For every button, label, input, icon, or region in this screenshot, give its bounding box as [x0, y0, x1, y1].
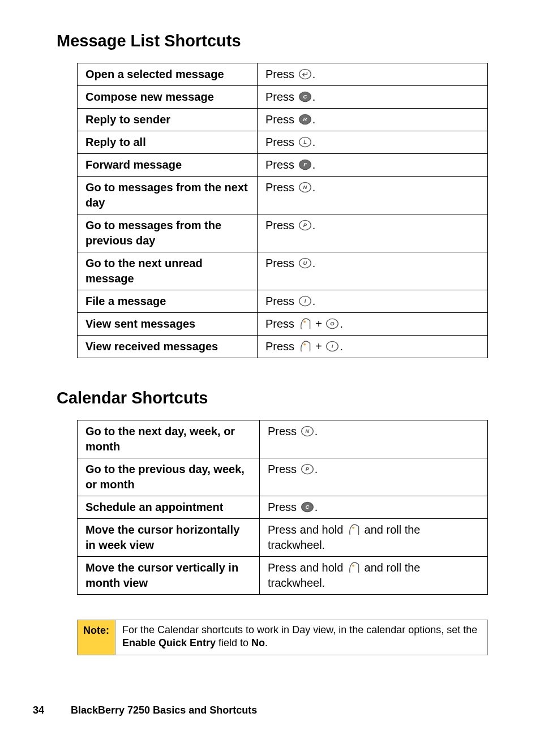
table-row: Reply to allPress L . [78, 131, 488, 154]
heading-message-list: Message List Shortcuts [57, 32, 494, 50]
shortcut-action: Press I . [258, 290, 488, 313]
svg-point-20 [303, 343, 306, 346]
note-body: For the Calendar shortcuts to work in Da… [115, 620, 487, 655]
shortcut-label: View received messages [78, 336, 258, 358]
svg-text:O: O [331, 320, 335, 327]
shortcut-action: Press C . [258, 86, 488, 109]
note-bold: Enable Quick Entry [122, 637, 216, 648]
note-text: . [265, 637, 268, 648]
shortcut-action: Press C . [260, 496, 488, 519]
shortcut-action: Press F . [258, 154, 488, 177]
shortcut-label: Move the cursor horizontally in week vie… [78, 519, 260, 557]
svg-text:I: I [304, 298, 306, 304]
table-row: View received messagesPress + I . [78, 336, 488, 358]
svg-point-29 [352, 527, 354, 529]
table-row: Go to messages from the previous dayPres… [78, 214, 488, 252]
shortcut-action: Press and hold and roll the trackwheel. [260, 519, 488, 557]
shortcut-label: Go to the next unread message [78, 252, 258, 290]
shortcut-action: Press L . [258, 131, 488, 154]
svg-point-17 [303, 321, 306, 323]
svg-text:U: U [303, 260, 307, 266]
table-row: Reply to senderPress R . [78, 109, 488, 131]
shortcut-label: File a message [78, 290, 258, 313]
shortcut-label: Go to the next day, week, or month [78, 420, 260, 458]
svg-text:C: C [303, 93, 307, 100]
table-row: Forward messagePress F . [78, 154, 488, 177]
svg-point-30 [352, 565, 354, 567]
table-row: Go to the previous day, week, or monthPr… [78, 458, 488, 496]
shortcut-action: Press N . [260, 420, 488, 458]
svg-text:L: L [303, 139, 307, 145]
table-row: File a messagePress I . [78, 290, 488, 313]
table-row: Move the cursor horizontally in week vie… [78, 519, 488, 557]
table-row: Go to the next unread messagePress U . [78, 252, 488, 290]
table-row: Open a selected messagePress . [78, 63, 488, 86]
page-number: 34 [33, 705, 68, 716]
shortcut-label: Go to the previous day, week, or month [78, 458, 260, 496]
shortcut-action: Press U . [258, 252, 488, 290]
shortcut-label: Move the cursor vertically in month view [78, 557, 260, 595]
note-label: Note: [78, 620, 115, 655]
message-shortcuts-table: Open a selected messagePress .Compose ne… [77, 63, 488, 358]
svg-text:P: P [306, 466, 310, 472]
shortcut-label: Compose new message [78, 86, 258, 109]
svg-text:I: I [332, 343, 333, 349]
svg-text:N: N [305, 428, 309, 434]
svg-text:P: P [303, 222, 307, 228]
shortcut-action: Press and hold and roll the trackwheel. [260, 557, 488, 595]
note-bold: No [251, 637, 265, 648]
calendar-shortcuts-table: Go to the next day, week, or monthPress … [77, 420, 488, 595]
shortcut-action: Press N . [258, 177, 488, 214]
table-row: View sent messagesPress + O . [78, 313, 488, 336]
shortcut-label: Schedule an appointment [78, 496, 260, 519]
shortcut-label: Go to messages from the next day [78, 177, 258, 214]
shortcut-label: Go to messages from the previous day [78, 214, 258, 252]
shortcut-action: Press . [258, 63, 488, 86]
shortcut-label: View sent messages [78, 313, 258, 336]
shortcut-action: Press P . [258, 214, 488, 252]
shortcut-label: Forward message [78, 154, 258, 177]
table-row: Go to the next day, week, or monthPress … [78, 420, 488, 458]
table-row: Move the cursor vertically in month view… [78, 557, 488, 595]
table-row: Schedule an appointmentPress C . [78, 496, 488, 519]
note-text: field to [216, 637, 251, 648]
shortcut-label: Reply to sender [78, 109, 258, 131]
svg-text:N: N [303, 184, 307, 190]
note-text: For the Calendar shortcuts to work in Da… [122, 624, 477, 635]
page-footer: 34 BlackBerry 7250 Basics and Shortcuts [33, 705, 257, 716]
table-row: Compose new messagePress C . [78, 86, 488, 109]
shortcut-label: Open a selected message [78, 63, 258, 86]
heading-calendar: Calendar Shortcuts [57, 389, 494, 407]
svg-point-0 [299, 69, 311, 79]
shortcut-action: Press + O . [258, 313, 488, 336]
table-row: Go to messages from the next dayPress N … [78, 177, 488, 214]
shortcut-action: Press R . [258, 109, 488, 131]
shortcut-action: Press P . [260, 458, 488, 496]
note-box: Note: For the Calendar shortcuts to work… [77, 620, 488, 655]
svg-text:C: C [305, 504, 309, 510]
shortcut-action: Press + I . [258, 336, 488, 358]
svg-text:R: R [303, 116, 307, 122]
svg-text:F: F [303, 161, 307, 167]
book-title: BlackBerry 7250 Basics and Shortcuts [71, 705, 257, 716]
shortcut-label: Reply to all [78, 131, 258, 154]
